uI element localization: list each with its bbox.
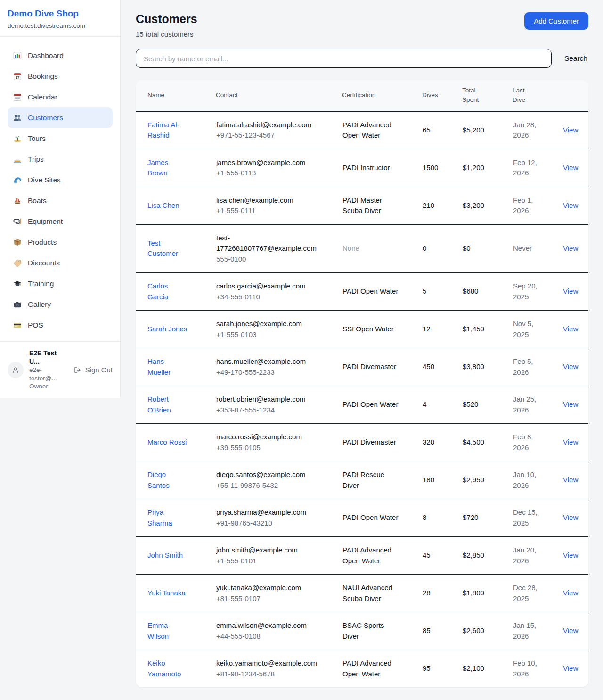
customer-name-link[interactable]: Diego Santos [147, 470, 170, 489]
view-link[interactable]: View [563, 589, 578, 597]
sidebar-item-label: Trips [28, 155, 44, 164]
customer-email: diego.santos@example.com [216, 469, 317, 480]
sidebar-item-gallery[interactable]: Gallery [8, 294, 113, 315]
customer-certification: PADI Divemaster [342, 348, 422, 386]
user-name: E2E Test U... [29, 349, 68, 366]
trips-icon [13, 155, 22, 164]
user-role: Owner [29, 382, 68, 391]
view-link[interactable]: View [563, 325, 578, 333]
customer-name-link[interactable]: Lisa Chen [147, 201, 179, 209]
customer-certification: BSAC Sports Diver [342, 612, 422, 650]
sidebar-item-equipment[interactable]: Equipment [8, 211, 113, 232]
customer-name-link[interactable]: Fatima Al-Rashid [147, 121, 179, 140]
customer-dives: 85 [422, 612, 462, 650]
customer-certification: SSI Open Water [342, 311, 422, 348]
search-button[interactable]: Search [563, 52, 588, 65]
sidebar-item-training[interactable]: Training [8, 273, 113, 294]
customer-dives: 4 [422, 386, 462, 424]
sidebar-item-boats[interactable]: Boats [8, 190, 113, 211]
sidebar-item-tours[interactable]: Tours [8, 128, 113, 149]
view-link[interactable]: View [563, 476, 578, 484]
customer-phone: +1-555-0103 [216, 329, 317, 340]
sidebar-item-trips[interactable]: Trips [8, 149, 113, 170]
sidebar-item-discounts[interactable]: Discounts [8, 253, 113, 273]
customer-certification: PADI Rescue Diver [342, 461, 422, 499]
customer-last-dive: Jan 28, 2026 [513, 111, 562, 149]
sidebar-item-label: Tours [28, 134, 46, 143]
customer-name-link[interactable]: Sarah Jones [147, 325, 187, 333]
customer-email: priya.sharma@example.com [216, 507, 317, 518]
bookings-icon: 17 [13, 72, 22, 81]
customer-certification: PADI Master Scuba Diver [342, 187, 422, 224]
view-link[interactable]: View [563, 362, 578, 371]
customer-total-spent: $3,200 [462, 187, 513, 224]
customer-name-link[interactable]: Carlos Garcia [147, 282, 168, 301]
brand-name: Demo Dive Shop [8, 8, 113, 19]
view-link[interactable]: View [563, 400, 578, 408]
training-icon [13, 280, 22, 288]
sidebar-item-dive-sites[interactable]: Dive Sites [8, 170, 113, 190]
view-link[interactable]: View [563, 626, 578, 634]
customer-phone: +1-555-0111 [216, 206, 317, 216]
view-link[interactable]: View [563, 551, 578, 559]
page-header-text: Customers 15 total customers [136, 12, 197, 38]
view-link[interactable]: View [563, 438, 578, 446]
view-link[interactable]: View [563, 244, 578, 252]
view-link[interactable]: View [563, 164, 578, 172]
sidebar-item-calendar[interactable]: Calendar [8, 87, 113, 107]
customers-table: Name Contact Certification Dives Total S… [136, 80, 588, 687]
dashboard-icon [13, 51, 22, 60]
view-link[interactable]: View [563, 513, 578, 521]
table-row: Test Customer test-1772681807767@example… [136, 224, 588, 273]
customer-dives: 320 [422, 424, 462, 461]
col-header-actions [562, 80, 588, 111]
add-customer-button[interactable]: Add Customer [524, 12, 588, 30]
customer-name-link[interactable]: Marco Rossi [147, 438, 187, 446]
sidebar-item-label: POS [28, 321, 43, 329]
customer-last-dive: Jan 20, 2026 [513, 537, 562, 575]
search-row: Search [136, 49, 588, 68]
customer-dives: 12 [422, 311, 462, 348]
customer-dives: 1500 [422, 149, 462, 187]
customer-email: lisa.chen@example.com [216, 195, 317, 206]
customer-total-spent: $520 [462, 386, 513, 424]
avatar [8, 362, 24, 378]
table-row: Priya Sharma priya.sharma@example.com +9… [136, 499, 588, 537]
view-link[interactable]: View [563, 287, 578, 295]
col-header-total-spent: Total Spent [462, 80, 513, 111]
customer-name-link[interactable]: Robert O'Brien [147, 395, 171, 414]
customer-name-link[interactable]: Test Customer [147, 239, 178, 258]
table-header-row: Name Contact Certification Dives Total S… [136, 80, 588, 111]
customer-name-link[interactable]: Priya Sharma [147, 508, 172, 527]
table-row: Carlos Garcia carlos.garcia@example.com … [136, 273, 588, 311]
customer-name-link[interactable]: Hans Mueller [147, 357, 171, 376]
view-link[interactable]: View [563, 201, 578, 209]
customer-total-spent: $2,850 [462, 537, 513, 575]
customer-total-spent: $3,800 [462, 348, 513, 386]
customer-email: keiko.yamamoto@example.com [216, 658, 317, 669]
customer-phone: +353-87-555-1234 [216, 405, 317, 416]
sidebar-item-label: Discounts [28, 259, 60, 267]
sign-out-button[interactable]: Sign Out [74, 366, 113, 374]
view-link[interactable]: View [563, 664, 578, 672]
customer-last-dive: Dec 28, 2025 [513, 575, 562, 612]
customer-phone: +55-11-99876-5432 [216, 480, 317, 491]
customer-name-link[interactable]: James Brown [147, 158, 168, 177]
sidebar-item-customers[interactable]: Customers [8, 107, 113, 128]
sidebar-item-products[interactable]: Products [8, 232, 113, 253]
view-link[interactable]: View [563, 126, 578, 134]
customer-last-dive: Feb 10, 2026 [513, 650, 562, 688]
customer-name-link[interactable]: Keiko Yamamoto [147, 659, 181, 678]
customer-dives: 8 [422, 499, 462, 537]
sidebar-item-bookings[interactable]: 17 Bookings [8, 66, 113, 87]
customer-name-link[interactable]: Emma Wilson [147, 621, 169, 640]
sidebar-item-pos[interactable]: POS [8, 315, 113, 336]
col-header-name: Name [136, 80, 216, 111]
customer-dives: 65 [422, 111, 462, 149]
sidebar-nav: Dashboard 17 Bookings Calendar Customers… [0, 37, 120, 341]
customer-name-link[interactable]: John Smith [147, 551, 183, 559]
table-row: Diego Santos diego.santos@example.com +5… [136, 461, 588, 499]
search-input[interactable] [136, 49, 552, 68]
customer-name-link[interactable]: Yuki Tanaka [147, 589, 186, 597]
sidebar-item-dashboard[interactable]: Dashboard [8, 45, 113, 66]
